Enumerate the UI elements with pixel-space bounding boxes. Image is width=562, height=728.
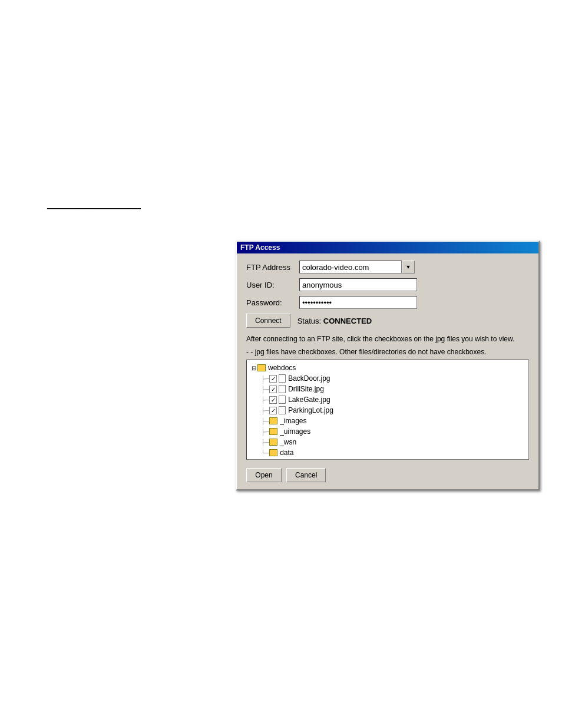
checkbox-lakegate[interactable]	[269, 396, 277, 404]
file-icon-drillsite	[279, 385, 286, 393]
dialog-titlebar: FTP Access	[237, 242, 538, 253]
checkbox-backdoor[interactable]	[269, 375, 277, 383]
folder-icon-uimages	[269, 428, 277, 435]
folder-icon-images	[269, 417, 277, 424]
status-area: Status: CONNECTED	[297, 317, 372, 325]
tree-label-images: _images	[280, 417, 306, 425]
tree-item-webdocs[interactable]: ⊟ webdocs	[249, 363, 526, 373]
userid-row: User ID:	[246, 278, 529, 291]
ftp-address-label: FTP Address	[246, 263, 299, 272]
file-icon-backdoor	[279, 374, 286, 383]
tree-label-backdoor: BackDoor.jpg	[288, 374, 330, 383]
tree-item-drillsite[interactable]: ├─ DrillSite.jpg	[249, 384, 526, 394]
tree-label-webdocs: webdocs	[268, 364, 296, 372]
ftp-address-row: FTP Address ▼	[246, 261, 529, 274]
file-tree[interactable]: ⊟ webdocs ├─ BackDoor.jpg ├─	[246, 360, 529, 460]
password-input[interactable]	[299, 296, 417, 309]
tree-label-uimages: _uimages	[280, 427, 310, 436]
tree-item-lakegate[interactable]: ├─ LakeGate.jpg	[249, 394, 526, 405]
info-line2: - - jpg files have checkboxes. Other fil…	[246, 347, 529, 357]
ftp-access-dialog: FTP Access FTP Address ▼ User ID: Passwo…	[236, 241, 540, 490]
checkbox-drillsite[interactable]	[269, 386, 277, 393]
status-value: CONNECTED	[323, 317, 372, 325]
dialog-body: FTP Address ▼ User ID: Password: Connect	[237, 253, 538, 489]
password-row: Password:	[246, 296, 529, 309]
userid-input[interactable]	[299, 278, 417, 291]
tree-line: └─	[261, 450, 269, 456]
ftp-address-dropdown-wrapper: ▼	[299, 261, 415, 274]
ftp-address-input[interactable]	[299, 261, 402, 274]
cancel-button[interactable]: Cancel	[286, 468, 326, 482]
expand-icon: ⊟	[252, 365, 256, 371]
underline-decoration: ______________________	[47, 200, 141, 209]
folder-icon-data	[269, 449, 277, 456]
tree-item-parkinglot[interactable]: ├─ ParkingLot.jpg	[249, 405, 526, 416]
tree-line: ├─	[261, 407, 269, 414]
connect-button[interactable]: Connect	[246, 314, 290, 328]
file-icon-parkinglot	[279, 406, 286, 414]
connect-row: Connect Status: CONNECTED	[246, 314, 529, 328]
password-label: Password:	[246, 298, 299, 307]
tree-item-images[interactable]: ├─ _images	[249, 416, 526, 426]
open-button[interactable]: Open	[246, 468, 282, 482]
info-line1: After connecting to an FTP site, click t…	[246, 334, 529, 344]
tree-line: ├─	[261, 386, 269, 393]
tree-item-data[interactable]: └─ data	[249, 447, 526, 458]
folder-icon-webdocs	[257, 364, 266, 371]
tree-label-data: data	[280, 449, 293, 457]
tree-label-drillsite: DrillSite.jpg	[288, 385, 324, 393]
tree-line: ├─	[261, 418, 269, 424]
file-icon-lakegate	[279, 396, 286, 404]
checkbox-parkinglot[interactable]	[269, 407, 277, 414]
ftp-address-dropdown-arrow[interactable]: ▼	[402, 261, 415, 274]
tree-line: ├─	[261, 397, 269, 403]
tree-label-wsn: _wsn	[280, 438, 296, 446]
bottom-buttons: Open Cancel	[246, 466, 529, 482]
page-content: ______________________ FTP Access FTP Ad…	[0, 0, 562, 728]
userid-label: User ID:	[246, 281, 299, 289]
tree-line: ├─	[261, 375, 269, 382]
status-label: Status:	[297, 317, 321, 325]
tree-line: ├─	[261, 439, 269, 446]
tree-line: ├─	[261, 429, 269, 435]
tree-label-parkinglot: ParkingLot.jpg	[288, 406, 333, 414]
dialog-title: FTP Access	[240, 243, 280, 252]
folder-icon-wsn	[269, 439, 277, 446]
tree-item-backdoor[interactable]: ├─ BackDoor.jpg	[249, 373, 526, 384]
tree-content: ⊟ webdocs ├─ BackDoor.jpg ├─	[247, 360, 528, 460]
tree-item-wsn[interactable]: ├─ _wsn	[249, 437, 526, 447]
tree-item-uimages[interactable]: ├─ _uimages	[249, 426, 526, 437]
tree-label-lakegate: LakeGate.jpg	[288, 396, 330, 404]
